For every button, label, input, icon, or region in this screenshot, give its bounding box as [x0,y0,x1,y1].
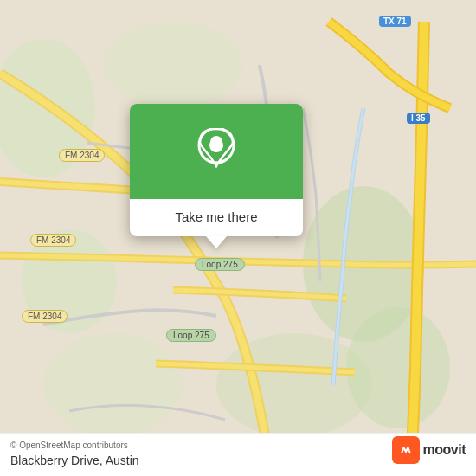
popup-button[interactable]: Take me there [130,199,303,236]
moovit-text: moovit [423,442,466,458]
moovit-icon [392,436,420,464]
svg-point-10 [210,136,222,148]
svg-point-7 [104,22,242,108]
road-label-fm2304-bot: FM 2304 [22,310,68,323]
location-pin-icon [196,128,236,175]
highway-label-i35: I 35 [407,113,430,124]
road-label-fm2304-mid: FM 2304 [30,234,76,247]
popup-pointer [206,236,227,248]
map-container: FM 2304 FM 2304 FM 2304 Loop 275 Loop 27… [0,0,476,476]
svg-point-4 [43,333,182,437]
highway-label-tx71: TX 71 [379,16,411,27]
road-label-fm2304-top: FM 2304 [59,149,105,162]
popup-card: Take me there [130,104,303,236]
popup-green-area [130,104,303,199]
moovit-logo: moovit [392,436,466,464]
road-label-loop275-top: Loop 275 [195,258,245,271]
road-label-loop275-bot: Loop 275 [166,329,216,342]
